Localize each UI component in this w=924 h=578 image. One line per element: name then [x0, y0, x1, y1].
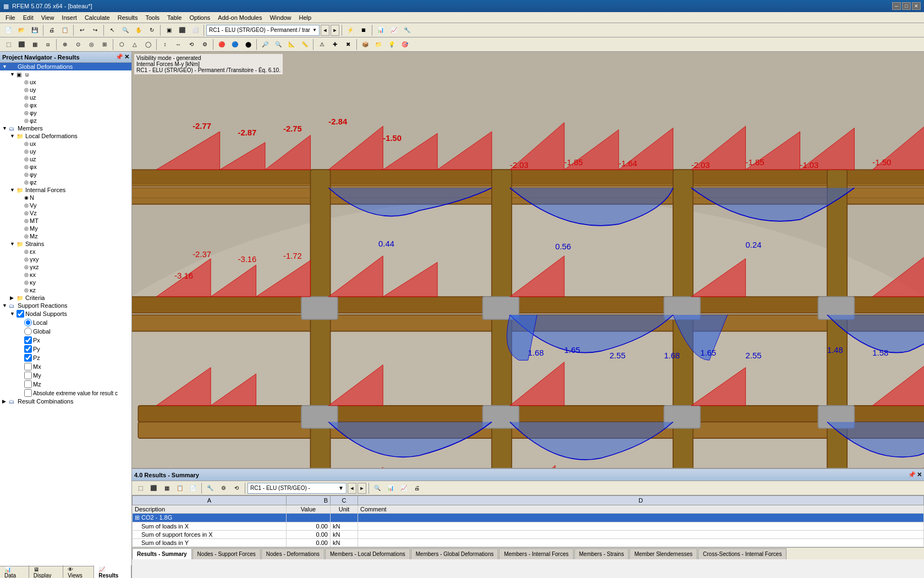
tb-save[interactable]: 💾: [29, 24, 41, 36]
tb2-3[interactable]: ▦: [29, 39, 41, 51]
node-phi-y[interactable]: ◎ φy: [0, 109, 131, 117]
tb-calc[interactable]: ⚡: [344, 24, 356, 36]
tb-zoom[interactable]: 🔍: [119, 24, 131, 36]
table-row[interactable]: Sum of loads in X 0.00 kN: [133, 522, 924, 531]
load-combo[interactable]: RC1 - ELU (STR/GEO) - Permanent / trar ▼: [206, 25, 320, 36]
node-loc-phiy[interactable]: ◎ φy: [0, 171, 131, 178]
nav-close[interactable]: ✕: [124, 53, 129, 61]
global-radio[interactable]: [24, 328, 32, 335]
tb2-7[interactable]: ◎: [85, 39, 97, 51]
menu-addon[interactable]: Add-on Modules: [215, 13, 265, 22]
node-abs-extreme[interactable]: Absolute extreme value for result c: [0, 389, 131, 397]
node-ex[interactable]: ◎ εx: [0, 248, 131, 255]
node-uy[interactable]: ◎ uy: [0, 86, 131, 94]
menu-view[interactable]: View: [38, 13, 58, 22]
tb-open[interactable]: 📂: [15, 24, 28, 36]
res-tb-2[interactable]: ⬛: [147, 482, 160, 494]
nav-prev[interactable]: ◄: [321, 25, 329, 36]
node-Vz[interactable]: ◎ Vz: [0, 209, 131, 217]
table-row[interactable]: Sum of loads in Y 0.00 kN: [133, 539, 924, 547]
tb2-1[interactable]: ⬚: [2, 39, 14, 51]
tb2-22[interactable]: 📏: [299, 39, 311, 51]
tb2-19[interactable]: 🔎: [259, 39, 271, 51]
tb2-18[interactable]: ⬤: [242, 39, 254, 51]
mz-checkbox[interactable]: [24, 380, 32, 388]
tb2-6[interactable]: ⊙: [72, 39, 84, 51]
node-uz[interactable]: ◎ uz: [0, 94, 131, 101]
tb-more3[interactable]: 🔧: [401, 24, 413, 36]
node-pz[interactable]: Pz: [0, 353, 131, 362]
nodal-supports-checkbox[interactable]: [16, 310, 24, 318]
node-Mz[interactable]: ◎ Mz: [0, 232, 131, 240]
menu-window[interactable]: Window: [266, 13, 294, 22]
tb2-29[interactable]: 🎯: [399, 39, 411, 51]
menu-tools[interactable]: Tools: [142, 13, 163, 22]
node-members[interactable]: ▼ 🗂 Members: [0, 124, 131, 132]
node-N[interactable]: ◉ N: [0, 194, 131, 201]
nav-tab-data[interactable]: 📊 Data: [0, 565, 29, 579]
node-internal-forces[interactable]: ▼ 📁 Internal Forces: [0, 186, 131, 194]
tb-front[interactable]: ⬛: [176, 24, 188, 36]
res-tb-9[interactable]: 🔍: [371, 482, 383, 494]
node-strains[interactable]: ▼ 📁 Strains: [0, 240, 131, 248]
tb2-23[interactable]: ⚠: [316, 39, 328, 51]
node-my-react[interactable]: My: [0, 371, 131, 380]
results-prev[interactable]: ◄: [348, 483, 356, 494]
tb2-2[interactable]: ⬛: [15, 39, 28, 51]
tb2-4[interactable]: ⧈: [42, 39, 54, 51]
node-local-def[interactable]: ▼ 📁 Local Deformations: [0, 132, 131, 140]
node-px[interactable]: Px: [0, 336, 131, 345]
tb-select[interactable]: ↖: [106, 24, 118, 36]
results-combo[interactable]: RC1 - ELU (STR/GEO) - ▼: [248, 483, 346, 494]
tab-members-global[interactable]: Members - Global Deformations: [411, 548, 499, 559]
tb2-24[interactable]: ✚: [329, 39, 341, 51]
tb2-28[interactable]: 💡: [386, 39, 398, 51]
node-global[interactable]: Global: [0, 327, 131, 336]
tb2-14[interactable]: ⟲: [185, 39, 197, 51]
table-row[interactable]: ⊞ CO2 - 1.8G: [133, 514, 924, 522]
minimize-button[interactable]: ─: [892, 2, 901, 10]
nav-tab-display[interactable]: 🖥 Display: [29, 565, 63, 579]
nav-tab-results[interactable]: 📈 Results: [94, 565, 131, 579]
tab-nodes-deform[interactable]: Nodes - Deformations: [261, 548, 324, 559]
res-tb-1[interactable]: ⬚: [134, 482, 146, 494]
tab-nodes-support[interactable]: Nodes - Support Forces: [193, 548, 261, 559]
menu-results[interactable]: Results: [114, 13, 141, 22]
local-radio[interactable]: [24, 319, 32, 326]
tab-slendernesses[interactable]: Member Slendernesses: [629, 548, 697, 559]
node-kz[interactable]: ◎ κz: [0, 286, 131, 294]
node-py[interactable]: Py: [0, 345, 131, 353]
tb-3d[interactable]: ▣: [163, 24, 175, 36]
nav-tab-views[interactable]: 👁 Views: [63, 565, 94, 579]
tab-cross-sections[interactable]: Cross-Sections - Internal Forces: [698, 548, 787, 559]
tb2-11[interactable]: ◯: [142, 39, 154, 51]
results-next[interactable]: ►: [358, 483, 366, 494]
node-loc-phix[interactable]: ◎ φx: [0, 163, 131, 171]
node-loc-uy[interactable]: ◎ uy: [0, 148, 131, 155]
menu-insert[interactable]: Insert: [58, 13, 80, 22]
res-tb-3[interactable]: ▦: [161, 482, 173, 494]
node-global-deformations[interactable]: ▼ 🗂 Global Deformations: [0, 63, 131, 70]
close-button[interactable]: ✕: [912, 2, 921, 10]
tb2-10[interactable]: △: [129, 39, 141, 51]
node-result-combinations[interactable]: ▶ 🗂 Result Combinations: [0, 397, 131, 405]
node-gamma-xy[interactable]: ◎ γxy: [0, 255, 131, 263]
tb-more1[interactable]: 📊: [375, 24, 387, 36]
menu-calculate[interactable]: Calculate: [81, 13, 113, 22]
tb-print[interactable]: 🖨: [46, 24, 58, 36]
tab-members-local[interactable]: Members - Local Deformations: [325, 548, 410, 559]
results-pin[interactable]: 📌: [908, 471, 916, 478]
tb2-25[interactable]: ✖: [342, 39, 354, 51]
tb2-13[interactable]: ↔: [172, 39, 184, 51]
node-MT[interactable]: ◎ MT: [0, 217, 131, 225]
node-support-reactions[interactable]: ▼ 🗂 Support Reactions: [0, 302, 131, 309]
tb-print2[interactable]: 📋: [59, 24, 71, 36]
nav-next[interactable]: ►: [331, 25, 339, 36]
tab-results-summary[interactable]: Results - Summary: [132, 548, 192, 559]
maximize-button[interactable]: □: [902, 2, 911, 10]
tb-top[interactable]: ⬜: [189, 24, 201, 36]
tb2-17[interactable]: 🔵: [229, 39, 241, 51]
node-loc-phiz[interactable]: ◎ φz: [0, 178, 131, 186]
node-phi-z[interactable]: ◎ φz: [0, 117, 131, 124]
tb2-12[interactable]: ↕: [159, 39, 171, 51]
